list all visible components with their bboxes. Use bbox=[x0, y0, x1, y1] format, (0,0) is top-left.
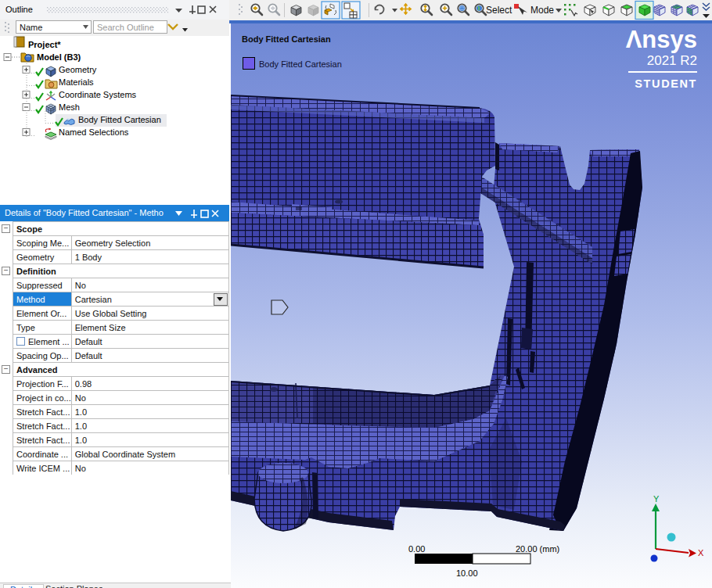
svg-text:10.00: 10.00 bbox=[456, 568, 478, 578]
svg-text:0.00: 0.00 bbox=[408, 544, 425, 554]
svg-text:Mode: Mode bbox=[530, 5, 554, 16]
svg-text:Y: Y bbox=[653, 494, 660, 504]
svg-text:Select: Select bbox=[486, 5, 512, 16]
svg-text:20.00 (mm): 20.00 (mm) bbox=[516, 544, 559, 554]
svg-text:X: X bbox=[698, 548, 704, 558]
